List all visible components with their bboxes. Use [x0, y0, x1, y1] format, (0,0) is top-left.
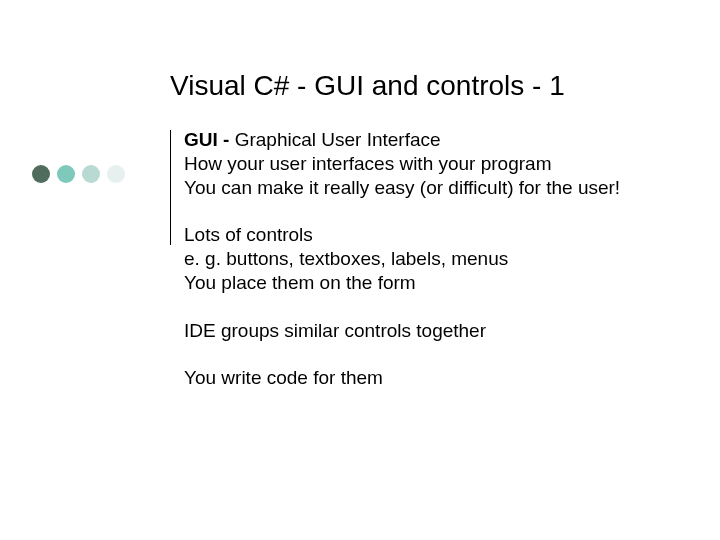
body-line: You place them on the form	[184, 271, 654, 295]
body-block-2: Lots of controls e. g. buttons, textboxe…	[184, 223, 654, 294]
dot-icon	[82, 165, 100, 183]
dot-icon	[107, 165, 125, 183]
body-line: IDE groups similar controls together	[184, 319, 654, 343]
body-block-1: GUI - Graphical User Interface How your …	[184, 128, 654, 199]
vertical-divider	[170, 130, 171, 245]
dot-icon	[57, 165, 75, 183]
body-line: e. g. buttons, textboxes, labels, menus	[184, 247, 654, 271]
slide-body: GUI - Graphical User Interface How your …	[184, 128, 654, 390]
body-line: Lots of controls	[184, 223, 654, 247]
decorative-dots	[32, 165, 125, 183]
body-text: Graphical User Interface	[235, 129, 441, 150]
body-line: You can make it really easy (or difficul…	[184, 176, 654, 200]
body-line: How your user interfaces with your progr…	[184, 152, 654, 176]
bold-text: GUI -	[184, 129, 235, 150]
dot-icon	[32, 165, 50, 183]
body-block-3: IDE groups similar controls together	[184, 319, 654, 343]
slide-title: Visual C# - GUI and controls - 1	[170, 70, 565, 102]
body-line: GUI - Graphical User Interface	[184, 128, 654, 152]
body-block-4: You write code for them	[184, 366, 654, 390]
body-line: You write code for them	[184, 366, 654, 390]
